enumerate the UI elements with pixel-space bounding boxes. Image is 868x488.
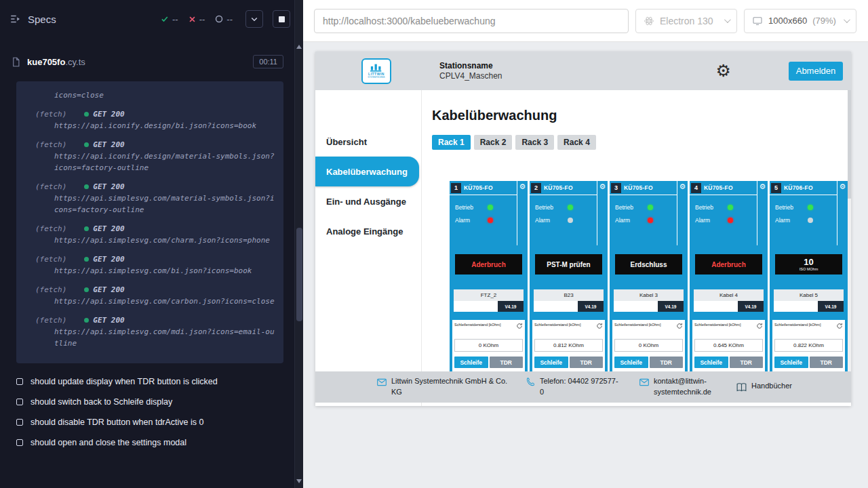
cable-name-input[interactable] [614, 301, 658, 312]
alarm-label: Alarm [455, 217, 488, 224]
tab-rack-1[interactable]: Rack 1 [432, 135, 471, 150]
footer-manuals[interactable]: Handbücher [736, 381, 792, 393]
request-url: https://api.simplesvg.com/material-symbo… [18, 192, 277, 216]
card-settings-gear-icon[interactable]: ⚙ [840, 183, 846, 245]
request-url: icons=close [18, 89, 277, 101]
footer-phone: Telefon: 04402 972577-0 [526, 376, 621, 398]
collapse-panel-button[interactable] [245, 10, 263, 28]
settings-gear-icon[interactable]: ⚙ [716, 62, 731, 79]
http-status: GET 200 [93, 314, 124, 326]
spec-file-row[interactable]: kue705fo.cy.ts 00:11 [0, 52, 294, 72]
refresh-icon[interactable] [756, 323, 763, 329]
alarm-led [488, 218, 493, 223]
betrieb-led [808, 205, 813, 210]
specs-label[interactable]: Specs [28, 14, 56, 25]
schleife-button[interactable]: Schleife [534, 357, 568, 368]
command-log-entry[interactable]: (fetch) GET 200 https://api.simplesvg.co… [18, 284, 277, 307]
app-scrollbar[interactable] [848, 90, 851, 371]
tdr-button[interactable]: TDR [570, 357, 604, 368]
test-item[interactable]: should disable TDR button when tdrActive… [16, 418, 286, 427]
scroll-up-arrow-icon[interactable] [296, 45, 302, 49]
card-settings-gear-icon[interactable]: ⚙ [599, 183, 606, 245]
footer-company: Littwin Systemtechnik GmbH & Co. KG [376, 376, 508, 398]
cable-name-input[interactable] [534, 301, 578, 312]
resistance-value: 0 KOhm [454, 339, 523, 352]
betrieb-led [568, 205, 573, 210]
command-log-entry[interactable]: (fetch) GET 200 https://api.simplesvg.co… [18, 181, 277, 216]
cable-name-input[interactable] [694, 301, 738, 312]
betrieb-label: Betrieb [455, 204, 488, 211]
scrollbar-thumb[interactable] [296, 228, 302, 321]
browser-select[interactable]: Electron 130 [635, 9, 737, 33]
card-model-label: KÜ705-FO [544, 184, 573, 191]
sidebar-item-ein-und-ausgaenge[interactable]: Ein- und Ausgänge [315, 186, 421, 216]
alarm-led [728, 218, 733, 223]
status-dot-icon [84, 142, 89, 147]
browser-name: Electron 130 [660, 16, 713, 26]
command-log-entry[interactable]: (fetch) GET 200 https://api.iconify.desi… [18, 108, 277, 131]
refresh-icon[interactable] [596, 323, 603, 329]
test-item[interactable]: should update display when TDR button is… [16, 377, 286, 386]
sidebar-item-kabelueberwachung[interactable]: Kabelüberwachung [315, 157, 419, 186]
tdr-button[interactable]: TDR [650, 357, 684, 368]
cable-name-input[interactable] [774, 301, 818, 312]
tdr-button[interactable]: TDR [490, 357, 524, 368]
cable-name-input[interactable] [454, 301, 498, 312]
test-item[interactable]: should switch back to Schleife display [16, 397, 286, 407]
command-log-entry[interactable]: icons=close [18, 89, 277, 101]
card-settings-gear-icon[interactable]: ⚙ [760, 183, 766, 245]
http-status: GET 200 [93, 139, 124, 150]
command-log-entry[interactable]: (fetch) GET 200 https://api.simplesvg.co… [18, 223, 277, 246]
chevron-down-icon [844, 16, 850, 23]
firmware-version: V4.19 [498, 301, 524, 312]
tab-rack-3[interactable]: Rack 3 [515, 135, 554, 150]
specs-menu-icon[interactable] [9, 13, 22, 25]
command-log-entry[interactable]: (fetch) GET 200 https://api.iconify.desi… [18, 139, 277, 174]
schleife-button[interactable]: Schleife [454, 357, 488, 368]
reporter-scrollbar[interactable] [294, 0, 303, 488]
refresh-icon[interactable] [676, 323, 683, 329]
device-cards: 1 KÜ705-FO Betrieb Alarm ⚙ Aderbruch [450, 181, 851, 379]
card-settings-gear-icon[interactable]: ⚙ [679, 183, 686, 245]
command-log-entry[interactable]: (fetch) GET 200 https://api.simplesvg.co… [18, 314, 277, 349]
command-name: (fetch) [35, 253, 66, 265]
clock-icon [215, 15, 223, 23]
spec-duration-badge: 00:11 [253, 55, 283, 68]
tdr-button[interactable]: TDR [810, 357, 844, 368]
test-title: should update display when TDR button is… [31, 377, 218, 386]
footer-email[interactable]: kontakt@littwin-systemtechnik.de [639, 376, 718, 398]
app-body: Übersicht Kabelüberwachung Ein- und Ausg… [315, 90, 851, 406]
logout-button[interactable]: Abmelden [789, 62, 843, 81]
app-scrollbar-thumb[interactable] [848, 90, 851, 199]
card-settings-gear-icon[interactable]: ⚙ [519, 183, 526, 245]
scroll-down-arrow-icon[interactable] [296, 479, 302, 483]
test-item[interactable]: should open and close the settings modal [16, 438, 286, 447]
test-state-icon [16, 419, 23, 426]
cable-name: B23 [534, 289, 604, 301]
refresh-icon[interactable] [516, 323, 523, 329]
sidebar-item-analoge-eingaenge[interactable]: Analoge Eingänge [315, 216, 421, 246]
app-content: Kabelüberwachung Rack 1 Rack 2 Rack 3 Ra… [422, 90, 851, 406]
app-header: LITTWIN SYSTEMTECHNIK Stationsname CPLV4… [315, 52, 851, 90]
command-log-entry[interactable]: (fetch) GET 200 https://api.simplesvg.co… [18, 253, 277, 277]
device-card: 4 KÜ705-FO Betrieb Alarm ⚙ Aderbruch [690, 181, 768, 379]
device-card: 2 KÜ705-FO Betrieb Alarm ⚙ PST-M prüfen [530, 181, 608, 379]
resistance-value: 0.645 KOhm [694, 339, 763, 352]
passed-count: -- [172, 14, 178, 24]
tdr-button[interactable]: TDR [730, 357, 764, 368]
spec-file-name: kue705fo.cy.ts [27, 56, 85, 68]
schleife-button[interactable]: Schleife [614, 357, 648, 368]
viewport-select[interactable]: 1000x660 (79%) [744, 9, 856, 33]
betrieb-label: Betrieb [695, 204, 728, 211]
schleife-button[interactable]: Schleife [694, 357, 728, 368]
sidebar-item-uebersicht[interactable]: Übersicht [315, 127, 421, 157]
tab-rack-2[interactable]: Rack 2 [474, 135, 513, 150]
schleife-button[interactable]: Schleife [774, 357, 808, 368]
manuals-label: Handbücher [751, 381, 792, 392]
stop-run-button[interactable] [273, 10, 290, 28]
alarm-label: Alarm [775, 217, 808, 224]
tab-rack-4[interactable]: Rack 4 [557, 135, 596, 150]
refresh-icon[interactable] [836, 323, 843, 329]
url-input[interactable] [314, 9, 629, 33]
alarm-label: Alarm [695, 217, 728, 224]
